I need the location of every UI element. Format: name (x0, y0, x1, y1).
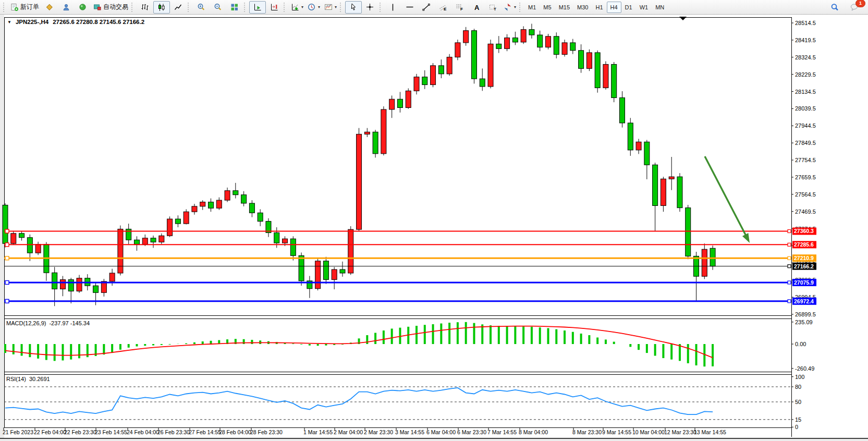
cursor-button[interactable] (345, 1, 362, 14)
svg-text:28419.5: 28419.5 (795, 37, 816, 43)
svg-text:27469.5: 27469.5 (795, 209, 816, 215)
arrows-button-dropdown-caret[interactable]: ▾ (514, 5, 516, 9)
profile-button[interactable] (58, 1, 75, 14)
svg-text:28039.5: 28039.5 (795, 105, 816, 112)
toolbar-group-handle (380, 3, 383, 12)
svg-text:50: 50 (795, 399, 801, 405)
svg-text:22 Feb 04:00: 22 Feb 04:00 (34, 429, 66, 435)
chart-canvas[interactable]: 28514.528419.528324.528229.528134.528039… (0, 0, 868, 441)
ohlc-values: 27265.6 27280.8 27145.6 27166.2 (53, 19, 144, 25)
timeframe-button-D1[interactable]: D1 (621, 2, 636, 13)
line-handle[interactable] (5, 280, 9, 284)
bars-icon (141, 3, 149, 11)
candles-icon (157, 3, 166, 11)
svg-text:27944.5: 27944.5 (795, 123, 816, 129)
svg-text:28324.5: 28324.5 (795, 54, 816, 60)
line-handle[interactable] (5, 229, 9, 233)
chart-background (4, 15, 868, 438)
notification-badge: 1 (855, 0, 865, 7)
vertical-line-button[interactable] (385, 1, 401, 14)
candlestick-chart-button[interactable] (153, 1, 170, 14)
text-button[interactable]: A (468, 1, 485, 14)
neworder-icon (10, 3, 19, 11)
shiftchart-icon (270, 3, 278, 11)
chat-button[interactable]: 1 (846, 1, 863, 14)
periods-button-dropdown-caret[interactable]: ▾ (318, 5, 320, 9)
svg-text:2 Mar 04:00: 2 Mar 04:00 (334, 429, 363, 435)
macd-label: MACD(12,26,9) (6, 320, 46, 326)
symbol-period-label: JPN225-,H4 (16, 19, 48, 25)
zoomout-icon (214, 3, 222, 11)
rsi-pane-label: RSI(14) 30.2691 (6, 376, 50, 382)
indicators-button[interactable]: ▾ (289, 1, 305, 14)
channel-icon: E (439, 3, 447, 11)
timeframe-button-H4[interactable]: H4 (607, 2, 621, 13)
indicators-button-dropdown-caret[interactable]: ▾ (301, 5, 303, 9)
clock-icon (308, 3, 316, 11)
market-watch-button[interactable] (41, 1, 58, 14)
svg-text:23 Feb 14:55: 23 Feb 14:55 (95, 429, 127, 435)
bar-chart-button[interactable] (137, 1, 153, 14)
periods-button[interactable]: ▾ (305, 1, 322, 14)
svg-text:27360.3: 27360.3 (794, 228, 814, 234)
vline-icon (389, 3, 397, 11)
line-handle[interactable] (5, 243, 9, 247)
autotrade-icon (93, 3, 102, 11)
line-handle[interactable] (5, 299, 9, 303)
symbol-dropdown-icon[interactable]: ▼ (7, 20, 11, 24)
tile-windows-button[interactable] (226, 1, 243, 14)
svg-text:28134.5: 28134.5 (795, 89, 816, 95)
line-chart-button[interactable] (170, 1, 187, 14)
autotrading-button[interactable]: 自动交易 (91, 1, 130, 14)
timeframe-button-H1[interactable]: H1 (592, 2, 606, 13)
svg-text:8 Mar 04:00: 8 Mar 04:00 (519, 429, 548, 435)
zoom-in-button[interactable] (193, 1, 210, 14)
timeframe-button-M15[interactable]: M15 (555, 2, 573, 13)
arrows-button[interactable]: ▾ (502, 1, 518, 14)
svg-text:-260.49: -260.49 (795, 365, 814, 372)
toolbar-group-handle (188, 3, 191, 12)
profile-icon (62, 3, 70, 11)
templates-button-dropdown-caret[interactable]: ▾ (335, 5, 337, 9)
crosshair-button[interactable] (362, 1, 378, 14)
templates-button[interactable]: ▾ (322, 1, 339, 14)
fibonacci-button[interactable]: F (451, 1, 468, 14)
svg-text:27285.6: 27285.6 (794, 241, 814, 248)
labelT-icon: T (489, 3, 497, 11)
timeframe-button-W1[interactable]: W1 (636, 2, 652, 13)
line-handle[interactable] (5, 256, 9, 260)
new-order-button[interactable]: 新订单 (8, 1, 41, 14)
svg-text:6 Mar 04:00: 6 Mar 04:00 (426, 429, 456, 435)
timeframe-button-MN[interactable]: MN (652, 2, 668, 13)
svg-text:28514.5: 28514.5 (795, 20, 816, 26)
equidistant-channel-button[interactable]: E (435, 1, 451, 14)
svg-text:27754.5: 27754.5 (795, 157, 816, 163)
timeframe-button-M5[interactable]: M5 (540, 2, 555, 13)
svg-text:27564.5: 27564.5 (795, 191, 816, 198)
auto-scroll-button[interactable] (249, 1, 266, 14)
svg-text:27166.2: 27166.2 (794, 263, 814, 270)
svg-text:26972.4: 26972.4 (794, 298, 814, 304)
zoomin-icon (197, 3, 205, 11)
horizontal-line-button[interactable] (401, 1, 418, 14)
toolbar-group-handle (3, 3, 7, 12)
chart-shift-button[interactable] (266, 1, 283, 14)
rsi-label: RSI(14) (6, 376, 26, 382)
navigator-icon (79, 3, 87, 11)
label-button[interactable]: T (485, 1, 502, 14)
tile-icon (230, 3, 239, 11)
zoom-out-button[interactable] (210, 1, 226, 14)
svg-text:27849.5: 27849.5 (795, 140, 816, 146)
toolbar-right-icons: 1 (826, 1, 866, 14)
navigator-button[interactable] (75, 1, 91, 14)
svg-text:9 Mar 14:55: 9 Mar 14:55 (602, 429, 631, 435)
trendline-button[interactable] (418, 1, 435, 14)
rsi-value: 30.2691 (29, 376, 50, 382)
timeframe-button-M30[interactable]: M30 (573, 2, 592, 13)
timeframe-button-M1[interactable]: M1 (524, 2, 540, 13)
search-button[interactable] (826, 1, 843, 14)
svg-text:28 Feb 04:00: 28 Feb 04:00 (219, 429, 251, 435)
svg-text:3 Mar 14:55: 3 Mar 14:55 (395, 429, 424, 435)
svg-text:28 Feb 23:30: 28 Feb 23:30 (250, 429, 283, 435)
svg-text:E: E (444, 7, 447, 11)
